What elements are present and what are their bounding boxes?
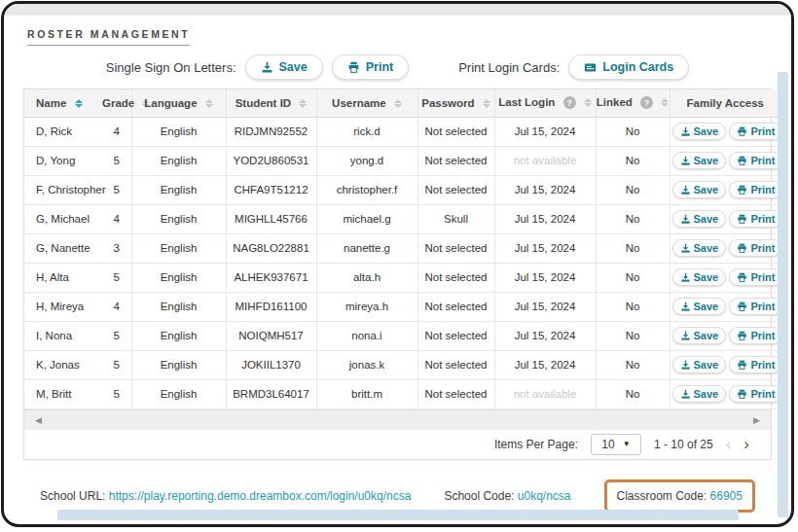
items-per-page-select[interactable]: 10 ▼	[591, 434, 641, 455]
row-save-button[interactable]: Save	[672, 298, 727, 315]
school-code: School Code: u0kq/ncsa	[444, 489, 570, 503]
window-chrome-strip	[4, 4, 791, 16]
footer: School URL: https://play.reporting.demo.…	[4, 479, 791, 513]
items-per-page-label: Items Per Page:	[494, 438, 578, 451]
column-header-username[interactable]: Username	[316, 89, 417, 117]
sort-icon	[75, 99, 83, 108]
cell-family-access: Save Print	[670, 350, 780, 379]
table-header-row: Name Grade Language Student ID	[24, 89, 780, 117]
cell-grade: 5	[102, 379, 131, 408]
table-row: D, Yong 5 English YOD2U860531 yong.d Not…	[24, 146, 780, 175]
cell-linked: No	[596, 233, 670, 263]
cell-password: Not selected	[417, 233, 494, 263]
column-header-student-id[interactable]: Student ID	[226, 89, 316, 117]
table-row: I, Nona 5 English NOIQMH517 nona.i Not s…	[24, 321, 780, 350]
cell-language: English	[131, 204, 226, 233]
cell-family-access: Save Print	[670, 292, 780, 321]
row-print-button[interactable]: Print	[729, 152, 782, 169]
row-save-button[interactable]: Save	[672, 210, 727, 228]
row-print-button[interactable]: Print	[729, 385, 782, 403]
row-print-button[interactable]: Print	[729, 356, 782, 373]
row-print-button[interactable]: Print	[729, 181, 782, 198]
cell-grade: 4	[102, 204, 131, 233]
cell-password: Not selected	[417, 379, 494, 408]
cell-student-id: RIDJMN92552	[226, 117, 316, 146]
sso-print-button[interactable]: Print	[332, 54, 409, 80]
row-save-button[interactable]: Save	[672, 123, 727, 140]
school-code-label: School Code:	[444, 489, 514, 503]
classroom-code-value[interactable]: 66905	[710, 489, 743, 503]
download-icon	[680, 301, 691, 312]
roster-management-window: ROSTER MANAGEMENT Single Sign On Letters…	[1, 1, 794, 527]
row-save-button[interactable]: Save	[672, 239, 727, 257]
horizontal-scrollbar[interactable]	[57, 510, 739, 520]
cell-password: Not selected	[417, 321, 494, 350]
sso-save-button[interactable]: Save	[245, 54, 323, 80]
row-save-button[interactable]: Save	[672, 181, 727, 198]
download-icon	[680, 360, 691, 371]
help-icon[interactable]: ?	[640, 96, 653, 109]
table-row: F, Christopher 5 English CHFA9T51212 chr…	[24, 175, 780, 204]
scroll-right-icon[interactable]: ▶	[753, 415, 760, 425]
cell-grade: 4	[102, 117, 131, 146]
previous-page-button[interactable]: ‹	[726, 436, 732, 452]
cell-student-id: JOKIIL1370	[226, 350, 316, 379]
row-print-button[interactable]: Print	[729, 298, 782, 315]
cell-last-login: Jul 15, 2024	[494, 321, 596, 350]
table-row: G, Michael 4 English MIGHLL45766 michael…	[24, 204, 780, 233]
vertical-scrollbar[interactable]	[778, 72, 788, 517]
row-print-button[interactable]: Print	[729, 239, 782, 257]
cell-language: English	[131, 146, 226, 175]
cell-last-login: not available	[494, 146, 596, 175]
row-save-button[interactable]: Save	[672, 268, 727, 286]
column-header-linked[interactable]: Linked ?	[596, 89, 670, 117]
row-print-button[interactable]: Print	[729, 327, 782, 344]
login-cards-label: Login Cards	[602, 60, 673, 74]
school-url-link[interactable]: https://play.reporting.demo.dreambox.com…	[109, 489, 412, 503]
sso-print-label: Print	[366, 60, 393, 74]
login-cards-button[interactable]: Login Cards	[568, 54, 689, 80]
sort-icon	[584, 98, 592, 107]
chevron-down-icon: ▼	[623, 440, 631, 448]
cell-language: English	[131, 292, 226, 321]
cell-family-access: Save Print	[670, 379, 780, 408]
printer-icon	[737, 331, 747, 341]
scroll-left-icon[interactable]: ◀	[35, 415, 42, 425]
row-save-button[interactable]: Save	[672, 356, 727, 373]
row-print-button[interactable]: Print	[729, 268, 782, 286]
cell-name: D, Yong	[24, 146, 102, 175]
column-header-password[interactable]: Password	[417, 89, 494, 117]
column-header-grade[interactable]: Grade	[102, 89, 131, 117]
download-icon	[680, 185, 691, 195]
row-print-button[interactable]: Print	[729, 210, 782, 228]
cell-name: K, Jonas	[24, 350, 102, 379]
cell-username: britt.m	[316, 379, 417, 408]
row-save-button[interactable]: Save	[672, 152, 727, 169]
sso-letters-label: Single Sign On Letters:	[106, 60, 236, 75]
cell-linked: No	[596, 292, 670, 321]
row-save-button[interactable]: Save	[672, 385, 727, 403]
school-code-value[interactable]: u0kq/ncsa	[518, 489, 571, 503]
table-horizontal-scrollbar[interactable]: ◀ ▶	[24, 409, 771, 430]
row-print-button[interactable]: Print	[729, 123, 782, 140]
cell-username: michael.g	[316, 204, 417, 233]
download-icon	[680, 126, 691, 137]
printer-icon	[737, 389, 747, 400]
column-header-last-login[interactable]: Last Login ?	[494, 89, 596, 117]
column-header-language[interactable]: Language	[131, 89, 226, 117]
cell-linked: No	[596, 379, 670, 408]
cell-grade: 4	[102, 292, 131, 321]
row-save-button[interactable]: Save	[672, 327, 727, 344]
cell-last-login: Jul 15, 2024	[494, 263, 596, 292]
sort-icon	[661, 98, 669, 107]
column-header-name[interactable]: Name	[24, 89, 102, 117]
help-icon[interactable]: ?	[563, 96, 576, 109]
cell-student-id: NAG8LO22881	[226, 233, 316, 263]
cell-username: nanette.g	[316, 233, 417, 263]
next-page-button[interactable]: ›	[744, 436, 749, 452]
cell-grade: 5	[102, 321, 131, 350]
download-icon	[680, 243, 691, 254]
cell-last-login: not available	[494, 379, 596, 408]
sort-icon	[483, 99, 490, 108]
cell-family-access: Save Print	[670, 233, 780, 263]
